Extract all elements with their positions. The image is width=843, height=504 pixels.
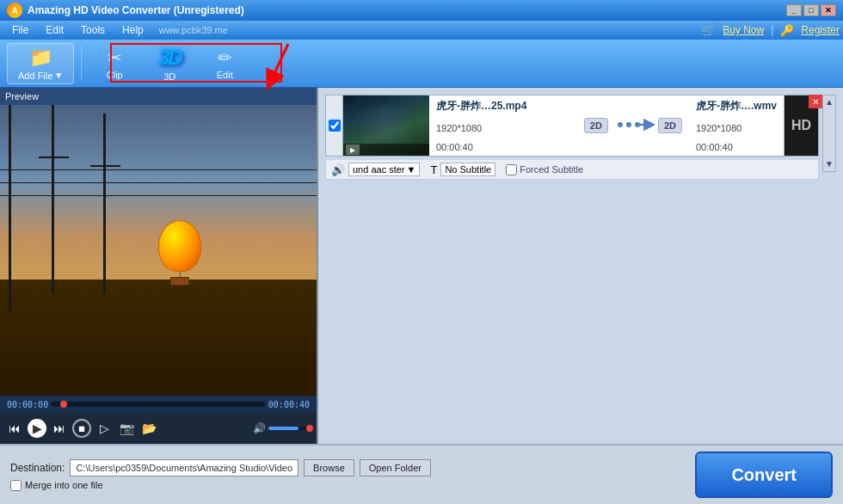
key-icon: 🔑 [780, 24, 794, 37]
timeline[interactable]: 00:00:00 00:00:40 [0, 396, 317, 413]
volume-fill [268, 427, 298, 430]
edit-label: Edit [217, 70, 233, 80]
ground-bg [0, 280, 317, 396]
title-bar: A Amazing HD Video Converter (Unregister… [0, 0, 843, 21]
register-link[interactable]: Register [801, 24, 840, 36]
main-content: Preview 00: [0, 88, 843, 444]
title-text: Amazing HD Video Converter (Unregistered… [28, 4, 786, 16]
3d-button[interactable]: 3D 3D [144, 43, 195, 84]
menu-bar: File Edit Tools Help www.pcbk39.me 🛒 Buy… [0, 21, 843, 40]
toolbar: 📁 Add File ▼ ✂ Clip 3D 3D ✏ Edit Profile… [0, 40, 843, 88]
folder-button[interactable]: 📂 [139, 419, 158, 438]
svg-point-4 [626, 122, 631, 127]
edit-icon: ✏ [218, 47, 232, 68]
stop-button[interactable]: ⏹ [72, 419, 91, 438]
pole-2 [103, 114, 106, 294]
merge-checkbox[interactable] [10, 480, 22, 491]
frame-forward-button[interactable]: ▷ [95, 419, 114, 438]
preview-header: Preview [0, 88, 317, 105]
play-button[interactable]: ▶ [28, 419, 46, 438]
menu-tools[interactable]: Tools [72, 22, 114, 38]
menu-help[interactable]: Help [114, 22, 152, 38]
destination-row: Destination: C:\Users\pc0359\Documents\A… [10, 459, 431, 476]
3d-icon: 3D [158, 46, 182, 70]
add-file-label: Add File ▼ [18, 71, 63, 81]
buy-now-section: 🛒 Buy Now | 🔑 Register [701, 23, 840, 37]
wire-2 [0, 182, 317, 183]
source-resolution: 1920*1080 [436, 123, 570, 133]
app-logo: A [7, 3, 22, 18]
bottom-bar: Destination: C:\Users\pc0359\Documents\A… [0, 444, 843, 504]
snapshot-button[interactable]: 📷 [117, 419, 136, 438]
menu-edit[interactable]: Edit [37, 22, 72, 38]
convert-button[interactable]: Convert [695, 452, 833, 498]
cart-icon: 🛒 [701, 23, 716, 37]
preview-video [0, 105, 317, 396]
crossbar-2 [90, 165, 120, 167]
balloon-basket [170, 277, 189, 286]
svg-point-3 [618, 122, 623, 127]
conv-out-badge: 2D [658, 118, 682, 133]
text-icon: T [430, 163, 437, 176]
browse-button[interactable]: Browse [304, 459, 354, 476]
maximize-button[interactable]: □ [803, 4, 819, 16]
watermark: www.pcbk39.me [159, 25, 228, 35]
open-folder-button[interactable]: Open Folder [360, 459, 431, 476]
add-file-button[interactable]: 📁 Add File ▼ [7, 43, 74, 84]
fast-forward-button[interactable]: ⏭ [50, 419, 69, 438]
conv-arrow-area: 2D 2D [577, 95, 689, 156]
balloon-rope [180, 272, 181, 277]
forced-subtitle: Forced Subtitle [506, 164, 583, 175]
merge-check-area: Merge into one file [10, 480, 103, 491]
file-thumbnail: ▶ [343, 95, 429, 156]
3d-label: 3D [163, 71, 175, 82]
preview-panel: Preview 00: [0, 88, 318, 444]
bottom-left: Destination: C:\Users\pc0359\Documents\A… [10, 459, 431, 491]
pole-3 [9, 105, 11, 311]
merge-label: Merge into one file [25, 480, 103, 490]
wire-1 [0, 169, 317, 170]
progress-track[interactable] [52, 402, 265, 407]
menu-file[interactable]: File [3, 22, 37, 38]
forced-subtitle-check[interactable] [506, 164, 517, 175]
time-start: 00:00:00 [7, 400, 48, 409]
output-info: 虎牙-胖炸….wmv 1920*1080 00:00:40 [689, 95, 784, 156]
buy-now-link[interactable]: Buy Now [723, 24, 764, 36]
preview-label: Preview [5, 91, 39, 101]
output-resolution: 1920*1080 [696, 123, 777, 133]
close-button[interactable]: ✕ [821, 4, 836, 16]
controls-bar: ⏮ ▶ ⏭ ⏹ ▷ 📷 📂 🔊 [0, 413, 317, 444]
clip-button[interactable]: ✂ Clip [89, 43, 140, 84]
balloon [158, 220, 201, 286]
forced-subtitle-label: Forced Subtitle [520, 164, 583, 175]
time-end: 00:00:40 [268, 400, 310, 409]
audio-value: und aac ster [353, 164, 405, 175]
scroll-bar: ▲ ▼ [822, 95, 836, 172]
source-filename: 虎牙-胖炸…25.mp4 [436, 99, 570, 114]
balloon-body [158, 220, 201, 272]
file-checkbox[interactable] [329, 120, 341, 132]
thumb-play-btn[interactable]: ▶ [346, 144, 360, 155]
subtitle-dropdown[interactable]: No Subtitle [440, 163, 495, 176]
add-file-dropdown-icon: ▼ [54, 71, 63, 80]
dest-path-field: C:\Users\pc0359\Documents\Amazing Studio… [70, 459, 298, 476]
volume-track[interactable] [268, 427, 311, 430]
pole-1 [52, 105, 54, 294]
file-close-btn[interactable]: ✕ [809, 95, 822, 108]
scroll-dn-btn[interactable]: ▼ [825, 157, 834, 171]
scroll-up-btn[interactable]: ▲ [825, 95, 834, 109]
output-filename: 虎牙-胖炸….wmv [696, 99, 777, 114]
crossbar-1 [39, 157, 69, 158]
clip-icon: ✂ [108, 47, 122, 68]
audio-dropdown[interactable]: und aac ster ▼ [348, 163, 420, 176]
minimize-button[interactable]: _ [786, 4, 802, 16]
win-controls: _ □ ✕ [786, 4, 836, 16]
audio-chevron: ▼ [407, 164, 416, 175]
source-info: 虎牙-胖炸…25.mp4 1920*1080 00:00:40 [429, 95, 577, 156]
right-panel: ▶ 虎牙-胖炸…25.mp4 1920*1080 00:00:40 2D [318, 88, 843, 444]
edit-button[interactable]: ✏ Edit [199, 43, 250, 84]
volume-dot [306, 425, 313, 432]
skip-back-button[interactable]: ⏮ [5, 419, 24, 438]
conv-in-badge: 2D [584, 118, 608, 133]
volume-icon: 🔊 [253, 422, 266, 434]
